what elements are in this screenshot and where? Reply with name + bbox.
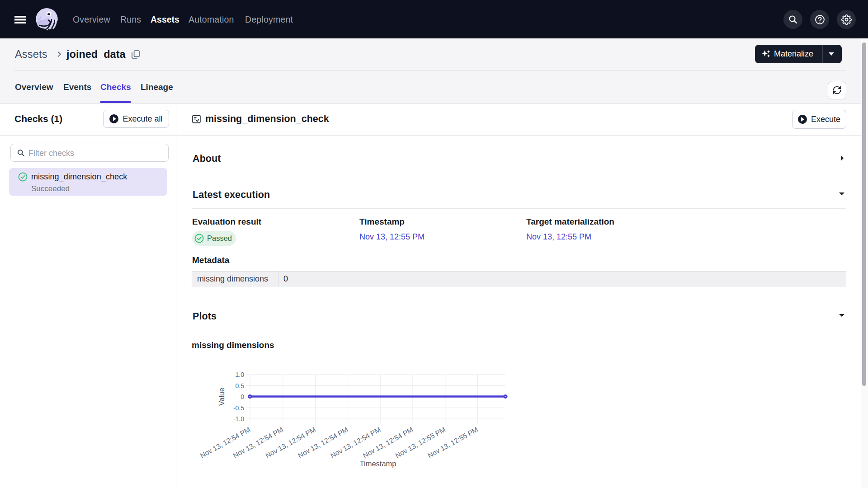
- svg-text:1.0: 1.0: [236, 371, 245, 378]
- svg-text:0: 0: [241, 393, 244, 400]
- svg-text:Timestamp: Timestamp: [360, 460, 396, 468]
- svg-text:0.5: 0.5: [236, 382, 245, 389]
- svg-text:Value: Value: [218, 388, 226, 406]
- svg-text:-1.0: -1.0: [233, 415, 244, 422]
- svg-text:-0.5: -0.5: [233, 404, 244, 412]
